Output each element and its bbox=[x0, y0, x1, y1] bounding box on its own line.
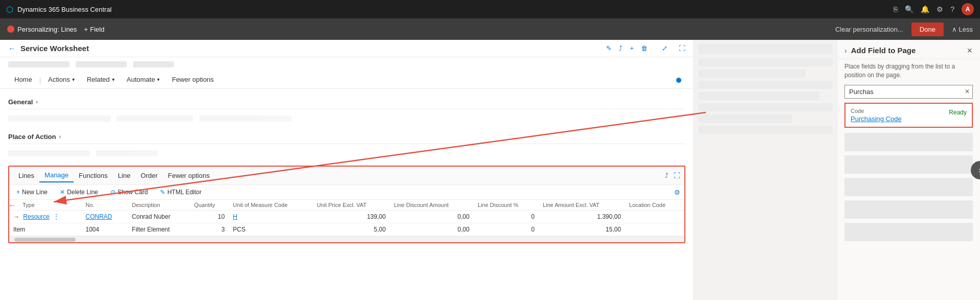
place-of-action-section-header: Place of Action › bbox=[8, 130, 685, 144]
lines-tab-lines[interactable]: Lines bbox=[13, 169, 39, 182]
new-line-button[interactable]: + New Line bbox=[13, 187, 51, 197]
field-name-link[interactable]: Purchasing Code bbox=[851, 115, 967, 123]
row2-line-disc-pct: 0 bbox=[474, 223, 539, 236]
general-content-blurred bbox=[8, 113, 685, 127]
expand-icon[interactable]: ⤢ bbox=[662, 44, 667, 52]
tab-related-label: Related bbox=[87, 76, 110, 83]
row1-line-disc-amount: 0,00 bbox=[390, 211, 474, 223]
tab-home-label: Home bbox=[14, 76, 32, 83]
add-field-button[interactable]: + Field bbox=[84, 26, 104, 33]
tab-actions[interactable]: Actions ▾ bbox=[42, 72, 81, 88]
field-label: Field bbox=[90, 26, 104, 33]
html-editor-button[interactable]: ✎ HTML Editor bbox=[157, 187, 205, 197]
col-description: Description bbox=[128, 200, 190, 211]
panel-close-button[interactable]: ✕ bbox=[967, 47, 973, 55]
expand-lines-icon[interactable]: ⛶ bbox=[674, 172, 680, 179]
lines-tab-fewer-options[interactable]: Fewer options bbox=[163, 169, 215, 182]
search-box: ✕ bbox=[844, 85, 973, 99]
top-bar-icons: ⎘ 🔍 🔔 ⚙ ? A bbox=[894, 3, 974, 15]
show-card-label: Show Card bbox=[118, 189, 148, 196]
main-layout: ← Service Worksheet ✎ ⤴ + 🗑 ⤢ ⛶ Home | bbox=[0, 40, 980, 300]
col-no: No. bbox=[81, 200, 128, 211]
user-avatar[interactable]: A bbox=[962, 3, 974, 15]
row1-quantity: 10 bbox=[190, 211, 229, 223]
app-title-area: ⬡ Dynamics 365 Business Central bbox=[6, 5, 112, 14]
row1-handle[interactable]: ⋮ bbox=[53, 213, 59, 220]
general-label: General bbox=[8, 98, 33, 106]
document-icon[interactable]: ⎘ bbox=[894, 5, 898, 13]
sk2 bbox=[117, 116, 193, 122]
skeleton-header-row bbox=[0, 57, 694, 72]
lines-tab-line[interactable]: Line bbox=[113, 169, 136, 182]
row2-description: Filter Element bbox=[128, 223, 190, 236]
customize-icon[interactable]: ⚙ bbox=[674, 189, 680, 196]
tab-automate[interactable]: Automate ▾ bbox=[121, 72, 166, 88]
related-chevron: ▾ bbox=[112, 77, 115, 82]
horizontal-scrollbar[interactable] bbox=[9, 236, 684, 242]
row1-no-link[interactable]: CONRAD bbox=[85, 213, 112, 220]
lines-table: ← Type No. Description Quantity Unit of … bbox=[9, 200, 684, 236]
lines-tab-manage[interactable]: Manage bbox=[39, 169, 74, 182]
sk-m6 bbox=[698, 103, 833, 111]
show-card-button[interactable]: ⊙ Show Card bbox=[107, 187, 151, 197]
new-line-label: New Line bbox=[22, 189, 48, 196]
sk-m1 bbox=[698, 44, 833, 54]
tab-actions-label: Actions bbox=[48, 76, 70, 83]
skeleton-block-2 bbox=[76, 61, 127, 67]
col-type-label: Type bbox=[23, 202, 35, 208]
table-header-row: ← Type No. Description Quantity Unit of … bbox=[9, 200, 684, 211]
share-lines-icon[interactable]: ⤴ bbox=[665, 172, 669, 179]
personalization-bar: Personalizing: Lines + Field Clear perso… bbox=[0, 18, 980, 40]
less-button[interactable]: ∧ Less bbox=[952, 26, 973, 33]
skeleton-block-3 bbox=[133, 61, 174, 67]
row2-no: 1004 bbox=[81, 223, 128, 236]
lines-actions-bar: + New Line ✕ Delete Line ⊙ Show Card ✎ H… bbox=[9, 185, 684, 200]
search-clear-button[interactable]: ✕ bbox=[965, 88, 970, 95]
panel-skeleton-4 bbox=[844, 200, 973, 219]
row1-type-link[interactable]: Resource bbox=[23, 213, 49, 220]
panel-title: Add Field to Page bbox=[851, 46, 963, 55]
scrollbar-thumb[interactable] bbox=[14, 238, 76, 242]
bell-icon[interactable]: 🔔 bbox=[921, 5, 929, 13]
delete-line-button[interactable]: ✕ Delete Line bbox=[57, 187, 101, 197]
share-icon[interactable]: ⤴ bbox=[619, 44, 622, 52]
app-logo: ⬡ bbox=[6, 5, 13, 14]
tab-fewer-options[interactable]: Fewer options bbox=[166, 72, 220, 88]
row1-uom-link[interactable]: H bbox=[233, 213, 237, 220]
actions-chevron: ▾ bbox=[72, 77, 75, 82]
panel-header: › Add Field to Page ✕ bbox=[837, 40, 980, 59]
html-editor-icon: ✎ bbox=[160, 189, 165, 196]
tab-home[interactable]: Home bbox=[8, 72, 38, 88]
plus-icon[interactable]: + bbox=[630, 44, 634, 52]
search-input[interactable] bbox=[844, 85, 973, 99]
lines-tab-order[interactable]: Order bbox=[136, 169, 163, 182]
help-icon[interactable]: ? bbox=[950, 5, 954, 13]
col-line-disc-pct: Line Discount % bbox=[474, 200, 539, 211]
place-content-blurred bbox=[8, 148, 685, 161]
done-button[interactable]: Done bbox=[911, 22, 944, 36]
panel-skeleton-1 bbox=[844, 133, 973, 151]
search-icon[interactable]: 🔍 bbox=[905, 5, 914, 13]
row1-unit-price: 139,00 bbox=[313, 211, 390, 223]
row1-line-disc-pct: 0 bbox=[474, 211, 539, 223]
edit-icon[interactable]: ✎ bbox=[606, 44, 612, 52]
blurred-middle-panel bbox=[694, 40, 837, 300]
row2-uom: PCS bbox=[229, 223, 313, 236]
back-button[interactable]: ← bbox=[8, 44, 15, 53]
field-status: Ready bbox=[949, 109, 967, 116]
add-field-panel: › Add Field to Page ✕ Place fields by dr… bbox=[837, 40, 980, 300]
settings-icon[interactable]: ⚙ bbox=[937, 5, 943, 13]
table-row: → Resource ⋮ CONRAD Conrad Nuber 10 H 13… bbox=[9, 211, 684, 223]
delete-icon[interactable]: 🗑 bbox=[641, 44, 648, 52]
lines-section: Lines Manage Functions Line Order Fewer … bbox=[8, 166, 685, 243]
pers-bar-left: Personalizing: Lines + Field bbox=[7, 26, 104, 33]
sk-m5 bbox=[698, 92, 819, 100]
tab-related[interactable]: Related ▾ bbox=[81, 72, 121, 88]
sk-m4 bbox=[698, 81, 833, 89]
general-section-header: General › bbox=[8, 95, 685, 109]
fullscreen-icon[interactable]: ⛶ bbox=[679, 44, 685, 52]
col-line-disc-amount: Line Discount Amount bbox=[390, 200, 474, 211]
lines-tab-functions[interactable]: Functions bbox=[74, 169, 113, 182]
clear-personalization-button[interactable]: Clear personalization... bbox=[835, 26, 903, 33]
plus-icon: + bbox=[84, 26, 88, 33]
